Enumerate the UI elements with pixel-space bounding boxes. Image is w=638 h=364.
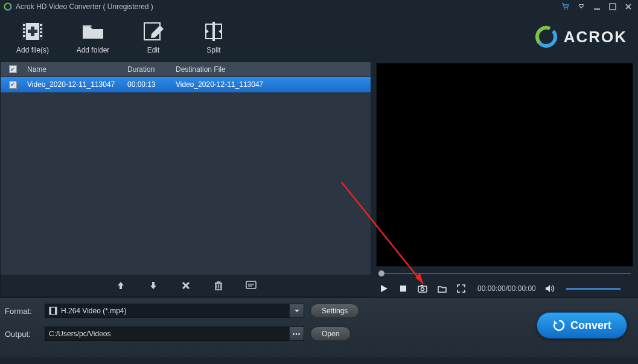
window-title: Acrok HD Video Converter ( Unregistered …: [16, 2, 153, 11]
player-controls: 00:00:00/00:00:00: [376, 280, 633, 297]
brand-text: ACROK: [564, 28, 627, 46]
clear-all-button[interactable]: [212, 279, 225, 292]
play-button[interactable]: [378, 283, 389, 294]
move-up-button[interactable]: [115, 279, 127, 292]
svg-rect-26: [246, 281, 256, 289]
row-checkbox[interactable]: ✔: [9, 81, 17, 89]
move-down-button[interactable]: [147, 279, 159, 292]
info-button[interactable]: [245, 279, 257, 292]
svg-rect-19: [28, 30, 37, 33]
svg-point-2: [564, 8, 566, 10]
svg-rect-12: [23, 31, 25, 33]
svg-rect-17: [40, 35, 42, 37]
svg-rect-14: [40, 24, 42, 26]
format-dropdown[interactable]: H.264 Video (*.mp4): [45, 304, 304, 318]
svg-rect-4: [579, 4, 584, 5]
file-list-panel: ✔ Name Duration Destination File ✔ Video…: [0, 62, 371, 297]
header-duration[interactable]: Duration: [127, 65, 176, 74]
convert-label: Convert: [570, 319, 611, 332]
volume-slider[interactable]: [566, 288, 620, 290]
open-snapshot-folder-button[interactable]: [436, 283, 447, 294]
output-value: C:/Users/pc/Videos: [49, 330, 111, 338]
header-name[interactable]: Name: [25, 65, 127, 74]
minimize-button[interactable]: [591, 2, 603, 11]
add-files-label: Add file(s): [16, 46, 49, 54]
svg-rect-28: [248, 286, 252, 287]
edit-icon: [141, 21, 166, 42]
svg-rect-5: [594, 8, 600, 10]
add-folder-label: Add folder: [77, 46, 110, 54]
cart-icon[interactable]: [560, 2, 572, 11]
svg-rect-30: [418, 286, 427, 292]
format-dropdown-arrow[interactable]: [289, 304, 304, 318]
add-folder-icon: [80, 21, 106, 42]
split-label: Split: [206, 46, 220, 54]
svg-point-3: [567, 8, 568, 10]
time-display: 00:00:00/00:00:00: [477, 284, 536, 293]
table-row[interactable]: ✔ Video_2020-12-11_113047 00:00:13 Video…: [1, 77, 371, 92]
edit-label: Edit: [147, 46, 160, 54]
svg-rect-13: [23, 35, 25, 37]
timeline-thumb[interactable]: [378, 270, 384, 276]
brand-logo: ACROK: [534, 24, 627, 49]
output-path-field[interactable]: C:/Users/pc/Videos •••: [45, 327, 304, 341]
brand-ring-icon: [534, 24, 559, 49]
maximize-button[interactable]: [607, 2, 619, 11]
svg-rect-27: [248, 284, 254, 285]
row-name: Video_2020-12-11_113047: [25, 80, 127, 89]
svg-rect-15: [40, 28, 42, 30]
remove-button[interactable]: [180, 279, 192, 292]
svg-rect-10: [23, 24, 25, 26]
add-files-icon: [20, 21, 45, 42]
format-label: Format:: [5, 307, 39, 316]
svg-rect-11: [23, 28, 25, 30]
browse-button[interactable]: •••: [289, 327, 304, 340]
svg-rect-35: [55, 307, 57, 315]
table-header: ✔ Name Duration Destination File: [1, 62, 371, 77]
row-duration: 00:00:13: [127, 80, 176, 89]
settings-button[interactable]: Settings: [310, 304, 359, 318]
video-preview[interactable]: [376, 63, 633, 267]
bottom-panel: Format: H.264 Video (*.mp4) Settings Out…: [0, 297, 638, 357]
snapshot-button[interactable]: [417, 283, 428, 294]
volume-icon[interactable]: [544, 283, 555, 294]
open-button[interactable]: Open: [310, 327, 351, 341]
add-files-button[interactable]: Add file(s): [2, 21, 63, 54]
split-button[interactable]: Split: [183, 21, 244, 54]
close-button[interactable]: [622, 2, 634, 11]
menu-down-icon[interactable]: [575, 2, 587, 11]
svg-rect-22: [212, 22, 215, 41]
row-destination: Video_2020-12-11_113047: [176, 80, 371, 89]
select-all-checkbox[interactable]: ✔: [9, 65, 17, 73]
convert-icon: [552, 319, 566, 332]
split-icon: [201, 21, 226, 42]
svg-rect-16: [40, 31, 42, 33]
header-destination[interactable]: Destination File: [176, 65, 371, 74]
preview-panel: 00:00:00/00:00:00: [371, 62, 638, 297]
edit-button[interactable]: Edit: [123, 21, 183, 54]
stop-button[interactable]: [398, 283, 409, 294]
output-label: Output:: [5, 330, 39, 339]
svg-point-31: [421, 288, 424, 291]
list-action-bar: [1, 275, 371, 296]
format-value: H.264 Video (*.mp4): [61, 307, 127, 315]
format-type-icon: [49, 307, 57, 315]
app-logo-icon: [4, 2, 12, 11]
svg-rect-32: [421, 285, 423, 286]
svg-rect-29: [400, 286, 406, 292]
svg-rect-34: [49, 307, 51, 315]
title-bar: Acrok HD Video Converter ( Unregistered …: [0, 0, 638, 13]
add-folder-button[interactable]: Add folder: [63, 21, 123, 54]
fullscreen-button[interactable]: [456, 283, 467, 294]
timeline[interactable]: [376, 267, 633, 280]
convert-button[interactable]: Convert: [537, 312, 627, 339]
main-toolbar: Add file(s) Add folder Edit Split ACROK: [0, 13, 638, 62]
svg-rect-6: [610, 4, 616, 10]
